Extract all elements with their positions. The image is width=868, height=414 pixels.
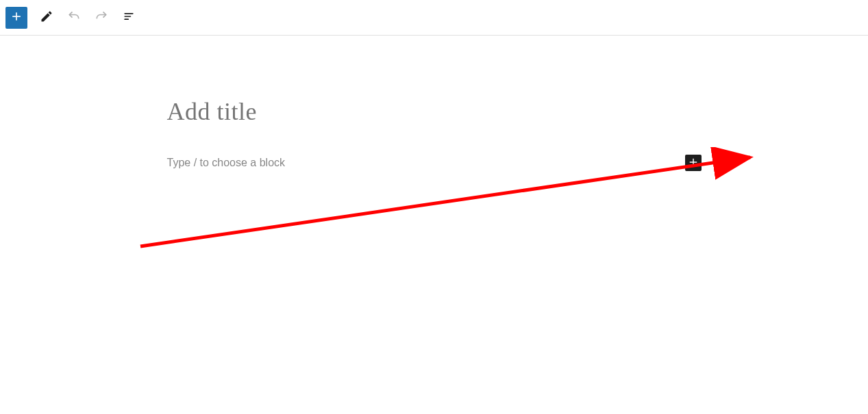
plus-icon <box>10 10 23 25</box>
outline-icon <box>122 10 136 25</box>
pencil-icon <box>40 10 53 25</box>
editor-content: Add title Type / to choose a block <box>153 97 715 171</box>
default-block-row: Type / to choose a block <box>167 155 702 171</box>
undo-icon <box>67 10 81 25</box>
redo-button[interactable] <box>89 5 114 30</box>
edit-tools-button[interactable] <box>34 5 59 30</box>
undo-button[interactable] <box>62 5 86 30</box>
editor-toolbar <box>0 0 868 36</box>
editor-canvas: Add title Type / to choose a block <box>0 36 868 171</box>
inline-add-block-button[interactable] <box>685 155 702 171</box>
redo-icon <box>95 10 108 25</box>
plus-icon <box>687 156 699 170</box>
block-body-input[interactable]: Type / to choose a block <box>167 157 685 169</box>
post-title-input[interactable]: Add title <box>167 97 702 126</box>
document-outline-button[interactable] <box>116 5 141 30</box>
add-block-button[interactable] <box>5 7 27 29</box>
